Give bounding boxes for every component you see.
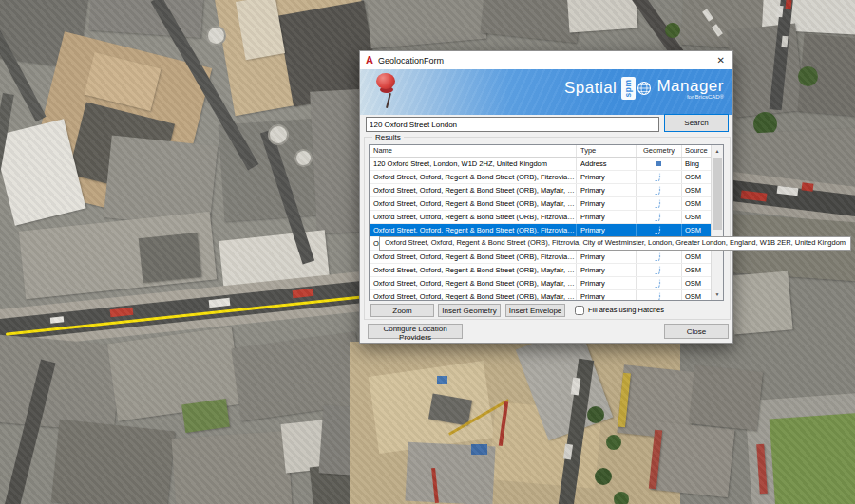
result-source: OSM [682, 197, 711, 210]
result-name: 120 Oxford Street, London, W1D 2HZ, Unit… [370, 158, 577, 170]
map-building [367, 0, 487, 48]
result-type: Primary [577, 264, 636, 276]
map-tree [665, 23, 680, 38]
result-source: OSM [682, 211, 711, 223]
map-tree [595, 468, 612, 485]
result-name: Oxford Street, Oxford, Regent & Bond Str… [370, 290, 577, 301]
result-type: Primary [577, 251, 636, 263]
column-header-geometry[interactable]: Geometry [636, 145, 682, 157]
result-row[interactable]: Oxford Street, Oxford, Regent & Bond Str… [370, 184, 711, 197]
result-geometry [636, 277, 682, 289]
close-button[interactable]: Close [664, 324, 729, 339]
zoom-button[interactable]: Zoom [370, 304, 434, 317]
result-name: Oxford Street, Oxford, Regent & Bond Str… [370, 224, 577, 236]
close-icon[interactable]: ✕ [715, 55, 727, 65]
result-row[interactable]: Oxford Street, Oxford, Regent & Bond Str… [370, 251, 711, 264]
result-row[interactable]: Oxford Street, Oxford, Regent & Bond Str… [370, 264, 711, 277]
geometry-polyline-icon [654, 198, 664, 209]
scroll-up-icon[interactable]: ▲ [712, 145, 723, 157]
dialog-title: GeolocationForm [378, 56, 444, 65]
app-icon: A [366, 55, 373, 65]
globe-icon [636, 81, 652, 96]
dialog-titlebar[interactable]: A GeolocationForm ✕ [360, 51, 732, 69]
map-building [727, 23, 804, 117]
results-table[interactable]: Name Type Geometry Source 120 Oxford Str… [369, 144, 724, 301]
result-row[interactable]: Oxford Street, Oxford, Regent & Bond Str… [370, 224, 711, 237]
result-row[interactable]: Oxford Street, Oxford, Regent & Bond Str… [370, 197, 711, 211]
result-geometry [636, 197, 682, 210]
fill-hatches-checkbox[interactable] [575, 306, 584, 315]
screen: A GeolocationForm ✕ Spatial spm Manager [0, 0, 855, 504]
column-header-name[interactable]: Name [370, 145, 577, 157]
map-tree [614, 492, 629, 504]
map-tree [606, 435, 621, 450]
column-header-type[interactable]: Type [577, 145, 636, 157]
result-row[interactable]: Oxford Street, Oxford, Regent & Bond Str… [370, 171, 711, 184]
insert-geometry-button[interactable]: Insert Geometry [438, 304, 501, 317]
map-rooftop-circle [270, 126, 287, 143]
geometry-polyline-icon [654, 278, 664, 289]
result-type: Primary [577, 197, 636, 210]
results-scrollbar[interactable]: ▲ ▼ [711, 145, 723, 300]
result-source: OSM [682, 264, 711, 276]
map-vehicle [781, 36, 788, 48]
result-row[interactable]: 120 Oxford Street, London, W1D 2HZ, Unit… [370, 158, 711, 171]
map-construction [471, 444, 487, 455]
result-source: OSM [682, 277, 711, 289]
search-button[interactable]: Search [664, 114, 729, 132]
result-row[interactable]: Oxford Street, Oxford, Regent & Bond Str… [370, 277, 711, 290]
result-source: OSM [682, 290, 711, 301]
geometry-polyline-icon [654, 212, 664, 222]
insert-envelope-button[interactable]: Insert Envelope [505, 304, 565, 317]
result-row[interactable]: Oxford Street, Oxford, Regent & Bond Str… [370, 290, 711, 301]
search-input[interactable] [366, 117, 659, 132]
brand-subtitle: for BricsCAD® [687, 94, 724, 100]
map-building [171, 431, 292, 504]
brand-word-manager: Manager [656, 77, 724, 96]
result-geometry [636, 171, 682, 183]
results-group: Results Name Type Geometry Source 120 Ox… [364, 137, 731, 320]
result-row[interactable]: Oxford Street, Oxford, Regent & Bond Str… [370, 211, 711, 224]
results-table-header[interactable]: Name Type Geometry Source [370, 145, 723, 158]
result-name: Oxford Street, Oxford, Regent & Bond Str… [370, 264, 577, 276]
brand-logo: Spatial spm Manager for BricsCAD® [564, 77, 724, 100]
map-building [567, 0, 638, 32]
result-source: OSM [682, 184, 711, 196]
geometry-polyline-icon [654, 172, 664, 182]
map-building [51, 420, 175, 504]
scroll-down-icon[interactable]: ▼ [712, 289, 723, 300]
map-building [729, 271, 792, 334]
result-source: OSM [682, 251, 711, 263]
map-vehicle [785, 0, 791, 9]
result-type: Address [577, 158, 636, 170]
result-type: Primary [577, 224, 636, 236]
geolocation-dialog: A GeolocationForm ✕ Spatial spm Manager [359, 50, 733, 344]
result-geometry [636, 264, 682, 276]
geometry-polyline-icon [654, 252, 664, 262]
fill-hatches-label: Fill areas using Hatches [588, 306, 664, 314]
result-name: Oxford Street, Oxford, Regent & Bond Str… [370, 211, 577, 223]
brand-word-spatial: Spatial [564, 79, 617, 98]
map-construction [437, 376, 447, 384]
spm-badge: spm [621, 77, 636, 100]
geometry-polyline-icon [654, 225, 664, 235]
map-building [139, 233, 202, 283]
map-building [689, 364, 763, 430]
map-building [481, 0, 582, 43]
scrollbar-thumb[interactable] [712, 158, 722, 230]
result-name: Oxford Street, Oxford, Regent & Bond Str… [370, 277, 577, 289]
brand-banner: Spatial spm Manager for BricsCAD® [360, 69, 732, 115]
geometry-polyline-icon [654, 185, 664, 196]
results-group-label: Results [372, 133, 404, 141]
map-tree [798, 66, 818, 86]
result-type: Primary [577, 184, 636, 196]
map-rooftop-circle [296, 151, 311, 165]
result-source: Bing [682, 158, 711, 170]
result-source: OSM [682, 171, 711, 183]
configure-providers-button[interactable]: Configure Location Providers [368, 324, 463, 339]
result-name: Oxford Street, Oxford, Regent & Bond Str… [370, 251, 577, 263]
geometry-point-icon [656, 161, 661, 166]
result-tooltip: Oxford Street, Oxford, Regent & Bond Str… [379, 236, 851, 251]
map-tree [587, 406, 604, 423]
map-building [0, 334, 122, 432]
